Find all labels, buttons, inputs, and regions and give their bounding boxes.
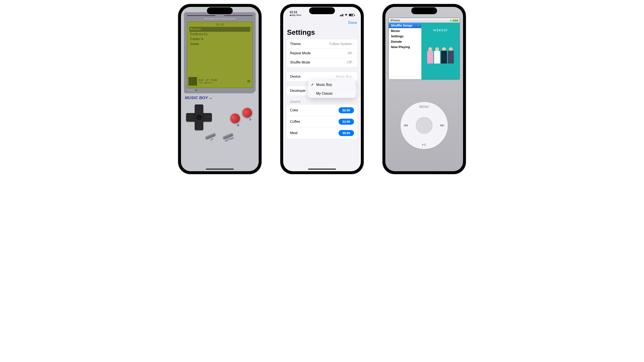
theme-label: Theme: [290, 42, 301, 46]
phone-ipod: iPhone ▶ Shuffle Songs› Music Settings D…: [383, 4, 466, 174]
ipod-status-bar: iPhone ▶: [389, 18, 460, 23]
notch: [207, 7, 233, 14]
repeat-label: Repeat Mode: [290, 51, 310, 55]
notch: [309, 7, 335, 14]
settings-section-1: Theme Follow System⌃⌄ Repeat Mode All⌃⌄ …: [286, 39, 358, 67]
chevron-updown-icon: ⌃⌄: [352, 43, 354, 45]
main-menu: Music Podcasts Camera Game: [188, 26, 252, 47]
album-art-panel: weezer: [422, 23, 460, 79]
settings-section-2: Device Music Boy⌃⌄: [286, 72, 358, 81]
album-art: [188, 77, 197, 86]
dpad[interactable]: [186, 104, 212, 130]
ipod-lcd: iPhone ▶ Shuffle Songs› Music Settings D…: [388, 17, 460, 80]
wheel-next-button[interactable]: [440, 124, 445, 127]
status-time: 11:11: [290, 10, 302, 14]
done-button[interactable]: Done: [348, 20, 357, 25]
artist-name: weezer: [422, 27, 460, 32]
album-art-figures: [422, 45, 460, 79]
row-device[interactable]: Device Music Boy⌃⌄: [286, 72, 358, 81]
donate-label: Coffee: [290, 120, 300, 124]
row-donate-meal: Meal $9.99: [286, 127, 358, 139]
menu-settings[interactable]: Settings: [389, 33, 422, 39]
device-value: Music Boy: [336, 75, 352, 78]
donate-header: Donate: [283, 100, 361, 105]
ipod-skin: iPhone ▶ Shuffle Songs› Music Settings D…: [385, 7, 463, 171]
menu-podcasts[interactable]: Podcasts: [189, 32, 250, 37]
shuffle-value: Off: [347, 60, 352, 64]
checkmark-icon: ✓: [311, 83, 314, 87]
wheel-center-button[interactable]: [416, 117, 432, 134]
signal-icon: [340, 14, 344, 16]
donate-price-button[interactable]: $0.99: [338, 107, 354, 113]
home-indicator[interactable]: [308, 169, 336, 170]
menu-music[interactable]: Music: [189, 27, 250, 32]
menu-now-playing[interactable]: Now Playing: [389, 44, 422, 49]
theme-value: Follow System: [329, 42, 352, 46]
skip-back-icon: [404, 124, 408, 127]
bezel-text: DOT MATRIX WITH STERO SOUND: [187, 18, 253, 20]
ipod-menu: Shuffle Songs› Music Settings Donate Now…: [389, 23, 422, 79]
menu-music[interactable]: Music: [389, 28, 422, 33]
breadcrumb-back[interactable]: ◀ App Store: [290, 14, 302, 16]
skip-forward-icon: [440, 124, 445, 127]
donate-price-button[interactable]: $3.99: [338, 119, 354, 125]
row-repeat[interactable]: Repeat Mode All⌃⌄: [286, 49, 358, 58]
play-pause-icon: [422, 143, 426, 146]
chevron-updown-icon: ⌃⌄: [352, 75, 354, 78]
wheel-playpause-button[interactable]: [400, 143, 448, 147]
shuffle-label: Shuffle Mode: [290, 60, 310, 64]
donate-price-button[interactable]: $9.99: [338, 130, 354, 136]
menu-donate[interactable]: Donate: [389, 39, 422, 44]
repeat-value: All: [348, 51, 352, 55]
developer-label: Developer: [290, 89, 306, 93]
option-label: My Classic: [316, 92, 333, 95]
battery-icon: [453, 19, 458, 21]
row-donate-coke: Coke $0.99: [286, 105, 358, 116]
notch: [411, 7, 437, 14]
song-artist: The Weeknd: [199, 82, 245, 84]
click-wheel[interactable]: MENU: [400, 102, 448, 149]
dropdown-option-musicboy[interactable]: ✓ Music Boy: [308, 80, 356, 89]
play-indicator-icon: ▶: [450, 19, 452, 21]
row-shuffle[interactable]: Shuffle Mode Off⌃⌄: [286, 58, 358, 67]
led-icon: [196, 89, 197, 91]
playing-label: PLAYING: [187, 89, 194, 91]
song-title: Out of Time: [199, 78, 245, 82]
chevron-updown-icon: ⌃⌄: [352, 52, 354, 54]
donate-label: Meal: [290, 131, 298, 135]
option-label: Music Boy: [316, 83, 332, 87]
donate-label: Coke: [290, 108, 298, 112]
gameboy-skin: DOT MATRIX WITH STERO SOUND 11:10 Music …: [181, 7, 259, 171]
phone-musicboy: DOT MATRIX WITH STERO SOUND 11:10 Music …: [178, 4, 261, 174]
ipod-title: iPhone: [390, 19, 400, 22]
dropdown-option-myclassic[interactable]: My Classic: [308, 89, 356, 98]
page-title: Settings: [283, 27, 361, 39]
wifi-icon: [344, 14, 348, 16]
menu-camera[interactable]: Camera: [189, 37, 250, 42]
home-indicator[interactable]: [206, 169, 234, 170]
menu-game[interactable]: Game: [189, 42, 250, 46]
donate-section: Coke $0.99 Coffee $3.99 Meal $9.99: [286, 105, 358, 139]
wheel-prev-button[interactable]: [404, 124, 408, 127]
device-dropdown: ✓ Music Boy My Classic: [308, 80, 356, 98]
device-label: Device: [290, 75, 300, 78]
playing-indicator: PLAYING: [187, 89, 253, 91]
lcd-screen: 11:10 Music Podcasts Camera Game Out of …: [187, 21, 253, 88]
brand-label: MUSIC BOY TM: [185, 95, 255, 100]
pause-icon: II: [247, 80, 250, 83]
battery-icon: 78: [349, 14, 354, 16]
row-theme[interactable]: Theme Follow System⌃⌄: [286, 39, 358, 49]
wheel-menu-button[interactable]: MENU: [400, 105, 448, 108]
menu-shuffle-songs[interactable]: Shuffle Songs›: [389, 23, 422, 28]
lcd-clock: 11:10: [188, 22, 252, 26]
phone-settings: 11:11 ◀ App Store 78 Done Settings Theme…: [280, 4, 364, 174]
now-playing-bar[interactable]: Out of Time The Weeknd II: [188, 76, 251, 86]
row-donate-coffee: Coffee $3.99: [286, 116, 358, 127]
chevron-right-icon: ›: [418, 24, 419, 27]
chevron-updown-icon: ⌃⌄: [352, 61, 354, 63]
